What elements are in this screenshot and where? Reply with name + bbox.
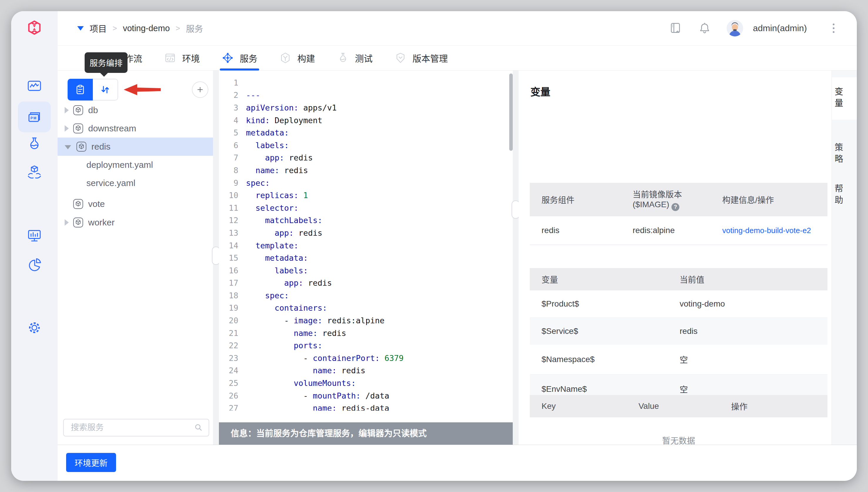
statistics-pie-icon[interactable]	[27, 257, 42, 272]
projects-icon[interactable]: PM	[27, 109, 42, 125]
build-link[interactable]: voting-demo-build-vote-e2	[722, 226, 811, 235]
tab-test[interactable]: 测试	[337, 46, 373, 70]
variables-panel: 变量 检测到的服务组件 ? 服务组件 当前镜像版本($IMAGE) ? 构建	[519, 71, 832, 445]
code-line: 22 ports:	[219, 339, 513, 352]
svg-text:PM: PM	[30, 116, 37, 120]
breadcrumb-project[interactable]: 项目	[90, 22, 107, 34]
table-row: redis redis:alpine voting-demo-build-vot…	[530, 216, 827, 245]
column-header: Value	[627, 395, 719, 417]
side-tab-variables[interactable]: 变量	[832, 77, 857, 120]
tree-item-worker[interactable]: worker	[58, 213, 213, 231]
tree-item-downstream[interactable]: downstream	[58, 119, 213, 138]
tree-toolbar	[68, 79, 118, 100]
project-dropdown-icon[interactable]	[77, 26, 84, 30]
code-line: 26 - mountPath: /data	[219, 389, 513, 402]
table-row: $Namespace$ 空	[530, 345, 827, 374]
code-line: 10 replicas: 1	[219, 189, 513, 202]
tree-item-service-yaml[interactable]: service.yaml	[58, 174, 213, 192]
tab-label: 版本管理	[412, 51, 448, 64]
code-line: 1	[219, 76, 513, 89]
list-view-button[interactable]	[68, 79, 93, 100]
settings-gear-icon[interactable]	[27, 320, 42, 335]
var-name: $Product$	[530, 290, 668, 318]
insight-dashboard-icon[interactable]	[27, 78, 42, 94]
env-update-button[interactable]: 环境更新	[66, 453, 116, 472]
tab-build[interactable]: 构建	[279, 46, 315, 70]
var-name: $Namespace$	[530, 345, 668, 374]
breadcrumb: 项目 > voting-demo > 服务	[77, 22, 203, 34]
caret-collapsed-icon[interactable]	[65, 219, 69, 226]
tree-item-label: vote	[88, 199, 105, 209]
main-content: db downstream	[58, 71, 857, 445]
column-header: 构建信息/操作	[711, 183, 827, 216]
column-header: 当前值	[668, 268, 827, 290]
build-icon	[279, 52, 291, 64]
code-line: 7 app: redis	[219, 152, 513, 164]
version-management-icon	[394, 52, 407, 64]
app-sidebar: PM	[11, 11, 58, 481]
var-value: redis	[668, 318, 827, 345]
yaml-editor[interactable]: 12---3apiVersion: apps/v14kind: Deployme…	[219, 71, 513, 445]
code-line: 6 labels:	[219, 139, 513, 152]
host-monitor-icon[interactable]	[27, 228, 42, 243]
notifications-bell-icon[interactable]	[698, 21, 711, 35]
search-icon	[193, 422, 204, 433]
service-cube-icon	[76, 141, 87, 152]
editor-scrollbar[interactable]	[509, 73, 513, 151]
annotation-arrow	[124, 84, 161, 96]
code-line: 9spec:	[219, 177, 513, 189]
breadcrumb-separator: >	[176, 24, 180, 33]
header-actions: admin(admin)	[669, 20, 836, 36]
app-window: PM	[11, 11, 857, 481]
tree-editor-divider	[213, 71, 219, 445]
panel-title: 变量	[530, 84, 551, 98]
code-line: 23 - containerPort: 6379	[219, 352, 513, 365]
tree-item-vote[interactable]: vote	[58, 195, 213, 213]
services-icon	[222, 52, 234, 64]
code-line: 19 containers:	[219, 302, 513, 315]
tree-item-label: redis	[92, 142, 110, 152]
tree-item-deployment-yaml[interactable]: deployment.yaml	[58, 156, 213, 174]
side-tab-help[interactable]: 帮助	[832, 176, 857, 215]
more-menu-icon[interactable]	[831, 22, 836, 35]
tab-versions[interactable]: 版本管理	[394, 46, 448, 70]
sort-view-button[interactable]	[93, 79, 118, 100]
tab-services[interactable]: 服务	[222, 46, 257, 70]
add-service-button[interactable]	[192, 81, 208, 98]
caret-expanded-icon[interactable]	[65, 145, 71, 149]
builtin-vars-table: 变量 当前值 $Product$ voting-demo $Service$ r…	[530, 268, 827, 404]
search-input[interactable]	[63, 419, 209, 437]
breadcrumb-project-name[interactable]: voting-demo	[123, 24, 170, 33]
delivery-icon[interactable]	[27, 165, 42, 180]
zadig-logo-icon[interactable]	[27, 20, 42, 35]
empty-state-text: 暂无数据	[530, 435, 827, 446]
service-cube-icon	[72, 104, 84, 116]
tooltip-service-orchestration: 服务编排	[85, 52, 128, 73]
tree-item-db[interactable]: db	[58, 101, 213, 119]
tab-label: 构建	[297, 51, 315, 64]
tree-file-label: deployment.yaml	[86, 160, 153, 170]
column-header: 操作	[719, 395, 827, 417]
code-line: 21 name: redis	[219, 327, 513, 340]
component-image: redis:alpine	[621, 216, 711, 245]
test-icon	[337, 52, 349, 64]
code-lines[interactable]: 12---3apiVersion: apps/v14kind: Deployme…	[219, 71, 513, 411]
tab-label: 环境	[182, 51, 200, 64]
var-name: $Service$	[530, 318, 668, 345]
caret-collapsed-icon[interactable]	[65, 125, 69, 132]
user-name[interactable]: admin(admin)	[753, 23, 807, 33]
column-header: Key	[530, 395, 627, 417]
tab-environment[interactable]: 环境	[164, 46, 200, 70]
tree-item-redis[interactable]: redis	[58, 138, 213, 156]
help-icon[interactable]: ?	[671, 203, 679, 211]
code-line: 20 - image: redis:alpine	[219, 314, 513, 327]
test-flask-icon[interactable]	[27, 136, 42, 151]
user-avatar[interactable]	[727, 20, 743, 36]
service-cube-icon	[72, 217, 84, 228]
column-header: 变量	[530, 268, 668, 290]
code-line: 27 name: redis-data	[219, 402, 513, 411]
caret-collapsed-icon[interactable]	[65, 107, 69, 114]
docs-book-icon[interactable]	[669, 21, 683, 35]
side-tab-policy[interactable]: 策略	[832, 134, 857, 174]
tab-label: 测试	[355, 51, 373, 64]
